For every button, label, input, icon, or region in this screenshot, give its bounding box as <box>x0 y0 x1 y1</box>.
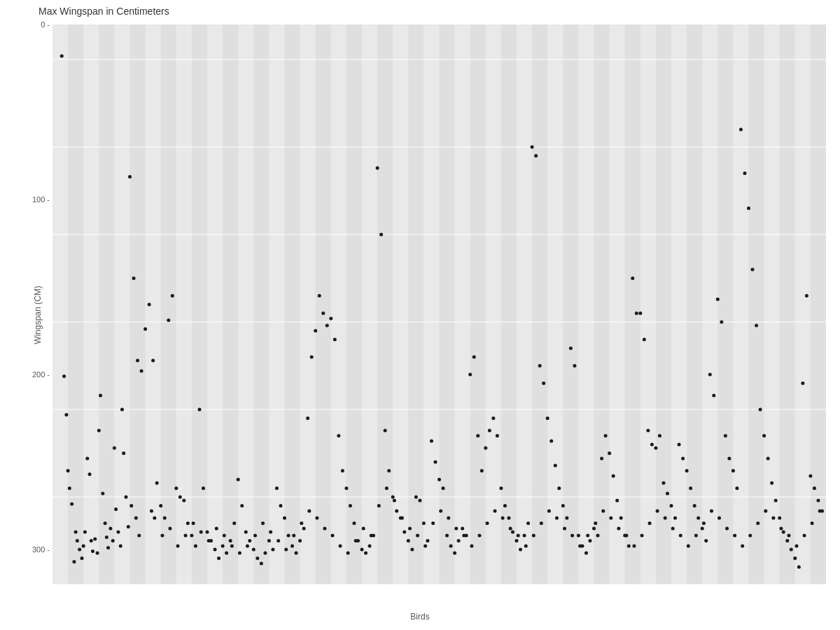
data-point <box>287 534 290 538</box>
data-point <box>785 539 789 542</box>
data-point <box>182 499 186 503</box>
data-point <box>617 527 620 531</box>
data-point <box>643 338 646 342</box>
data-point <box>171 294 174 298</box>
svg-rect-2 <box>83 24 99 584</box>
y-tick-label: 0 - <box>41 20 50 29</box>
data-point <box>519 548 522 552</box>
data-point <box>795 545 799 548</box>
data-point <box>90 539 93 542</box>
svg-rect-35 <box>594 24 610 584</box>
data-point <box>68 486 71 490</box>
data-point <box>376 167 379 170</box>
data-point <box>511 531 514 534</box>
data-point <box>733 534 736 538</box>
data-point <box>430 440 433 443</box>
data-point <box>782 531 785 534</box>
data-point <box>670 504 673 507</box>
data-point <box>402 531 406 534</box>
data-point <box>739 128 743 132</box>
data-point <box>244 531 248 534</box>
data-point <box>546 416 550 420</box>
data-point <box>694 534 698 538</box>
data-point <box>215 527 218 531</box>
data-point <box>422 522 426 525</box>
data-point <box>612 475 615 478</box>
data-point <box>99 394 102 398</box>
data-point <box>755 324 758 328</box>
data-point <box>778 517 781 520</box>
data-point <box>300 522 303 525</box>
data-point <box>718 517 721 520</box>
data-point <box>137 534 141 538</box>
data-point <box>449 545 453 548</box>
data-point <box>190 534 193 538</box>
data-point <box>150 510 153 513</box>
data-point <box>426 539 429 542</box>
data-point <box>225 552 228 555</box>
data-point <box>153 517 156 520</box>
svg-rect-39 <box>656 24 671 584</box>
data-point <box>344 486 348 490</box>
data-point <box>609 517 612 520</box>
data-point <box>540 522 543 525</box>
data-point <box>488 429 491 433</box>
data-point <box>708 373 712 377</box>
data-point <box>656 510 659 513</box>
data-point <box>620 517 623 520</box>
data-point <box>62 374 66 378</box>
data-point <box>507 517 510 520</box>
data-point <box>557 486 561 490</box>
data-point <box>635 312 638 315</box>
y-tick-label: 100 - <box>32 195 50 204</box>
data-point <box>377 504 381 507</box>
data-point <box>632 545 636 548</box>
data-point <box>457 539 461 542</box>
chart-title: Max Wingspan in Centimeters <box>38 6 169 17</box>
data-point <box>223 534 226 538</box>
svg-rect-4 <box>114 24 130 584</box>
data-point <box>615 499 619 503</box>
data-point <box>509 527 512 531</box>
data-point <box>384 429 387 433</box>
data-point <box>78 548 81 552</box>
data-point <box>578 545 582 548</box>
data-point <box>439 510 442 513</box>
data-point <box>658 434 662 438</box>
data-point <box>260 562 263 566</box>
data-point <box>346 552 350 555</box>
data-point <box>747 206 750 210</box>
data-point <box>230 545 234 548</box>
svg-rect-33 <box>563 24 578 584</box>
svg-rect-1 <box>68 24 83 584</box>
data-point <box>283 517 286 520</box>
data-point <box>176 545 180 548</box>
data-point <box>120 408 124 412</box>
data-point <box>83 531 87 534</box>
data-point <box>200 531 203 534</box>
data-point <box>85 457 89 461</box>
data-point <box>477 534 481 538</box>
data-point <box>114 507 118 511</box>
data-point <box>735 486 738 490</box>
data-point <box>276 539 280 542</box>
data-point <box>524 545 528 548</box>
data-point <box>302 527 306 531</box>
data-point <box>808 475 812 478</box>
data-point <box>431 522 435 525</box>
data-point <box>462 534 465 538</box>
data-point <box>797 566 801 569</box>
data-point <box>563 527 566 531</box>
data-point <box>255 556 259 560</box>
data-point <box>624 534 628 538</box>
data-point <box>310 356 314 359</box>
svg-rect-47 <box>780 24 795 584</box>
data-point <box>491 416 495 420</box>
data-point <box>349 504 352 507</box>
data-point <box>499 486 503 490</box>
chart-container: Max Wingspan in Centimeters Wingspan (CM… <box>0 0 840 630</box>
data-point <box>298 539 302 542</box>
data-point <box>741 545 744 548</box>
data-point <box>329 317 332 321</box>
data-point <box>111 539 115 542</box>
